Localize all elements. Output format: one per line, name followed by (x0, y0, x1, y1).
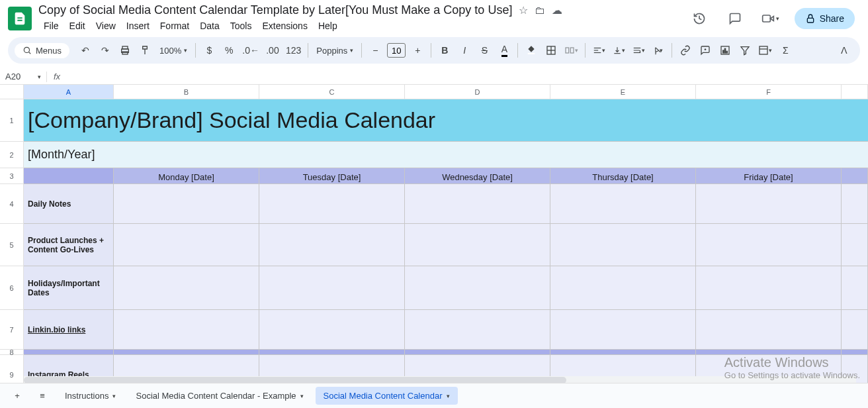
bold-button[interactable]: B (435, 41, 454, 60)
functions-button[interactable]: Σ (776, 41, 795, 60)
cell-A8[interactable] (24, 350, 114, 354)
increase-decimal-button[interactable]: .00 (263, 41, 282, 60)
cell-title[interactable]: [Company/Brand] Social Media Calendar (24, 99, 868, 141)
row-header-7[interactable]: 7 (0, 310, 24, 350)
fill-color-button[interactable] (522, 41, 541, 60)
col-header-B[interactable]: B (114, 85, 259, 99)
meet-icon[interactable]: ▾ (759, 7, 783, 30)
cell-D5[interactable] (405, 224, 550, 266)
row-header-1[interactable]: 1 (0, 99, 24, 142)
cell-F3[interactable]: Friday [Date] (696, 168, 842, 183)
name-box[interactable]: A20▾ (0, 72, 46, 81)
add-sheet-button[interactable]: + (7, 385, 28, 407)
cell-E8[interactable] (550, 350, 696, 354)
cell-F8[interactable] (696, 350, 842, 354)
wrap-button[interactable]: ▾ (629, 41, 648, 60)
menu-view[interactable]: View (91, 18, 121, 34)
halign-button[interactable]: ▾ (589, 41, 608, 60)
filter-button[interactable] (736, 41, 754, 60)
cell-B5[interactable] (114, 224, 259, 266)
filter-views-button[interactable]: ▾ (756, 41, 775, 60)
cell-C4[interactable] (259, 184, 405, 223)
sheets-app-icon[interactable] (8, 7, 32, 30)
sheet-tab-instructions[interactable]: Instructions▾ (57, 387, 124, 405)
menu-insert[interactable]: Insert (121, 18, 155, 34)
menu-data[interactable]: Data (195, 18, 225, 34)
cell-E5[interactable] (550, 224, 696, 266)
cloud-status-icon[interactable]: ☁ (552, 4, 562, 17)
cell-E4[interactable] (550, 184, 696, 223)
cell-E6[interactable] (550, 266, 696, 309)
cell-E7[interactable] (550, 310, 696, 349)
fontsize-input[interactable] (387, 43, 406, 58)
history-icon[interactable] (687, 7, 711, 30)
cell-C8[interactable] (259, 350, 405, 354)
cell-A5[interactable]: Product Launches + Content Go-Lives (24, 224, 114, 266)
zoom-select[interactable]: 100%▾ (155, 46, 191, 56)
col-header-E[interactable]: E (550, 85, 696, 99)
fontsize-decrease[interactable]: − (366, 41, 384, 60)
more-formats-button[interactable]: 123 (283, 41, 304, 60)
menu-extensions[interactable]: Extensions (257, 18, 312, 34)
spreadsheet-grid[interactable]: A B C D E F 1 2 3 4 5 6 7 8 9 [Company/B… (0, 85, 868, 408)
collapse-toolbar-button[interactable]: ᐱ (835, 41, 853, 60)
row-header-8[interactable]: 8 (0, 350, 24, 355)
text-color-button[interactable]: A (495, 41, 513, 60)
cell-C3[interactable]: Tuesday [Date] (259, 168, 405, 183)
cell-D7[interactable] (405, 310, 550, 349)
cell-G6[interactable] (842, 266, 868, 309)
chart-button[interactable] (716, 41, 734, 60)
redo-button[interactable]: ↷ (96, 41, 114, 60)
cell-A3[interactable] (24, 168, 114, 183)
cell-D8[interactable] (405, 350, 550, 354)
decrease-decimal-button[interactable]: .0← (239, 41, 262, 60)
cell-B3[interactable]: Monday [Date] (114, 168, 259, 183)
cell-F6[interactable] (696, 266, 842, 309)
row-header-3[interactable]: 3 (0, 168, 24, 184)
currency-button[interactable]: $ (200, 41, 218, 60)
col-header-D[interactable]: D (405, 85, 550, 99)
cell-G8[interactable] (842, 350, 868, 354)
cell-G5[interactable] (842, 224, 868, 266)
star-icon[interactable]: ☆ (519, 4, 528, 17)
strike-button[interactable]: S (475, 41, 494, 60)
menu-format[interactable]: Format (155, 18, 195, 34)
row-header-4[interactable]: 4 (0, 184, 24, 224)
menu-help[interactable]: Help (313, 18, 343, 34)
col-header-G[interactable] (842, 85, 868, 99)
move-icon[interactable]: 🗀 (535, 5, 545, 17)
print-button[interactable] (116, 41, 134, 60)
select-all-corner[interactable] (0, 85, 24, 99)
valign-button[interactable]: ▾ (609, 41, 628, 60)
font-select[interactable]: Poppins▾ (312, 46, 357, 56)
cell-B7[interactable] (114, 310, 259, 349)
cell-B6[interactable] (114, 266, 259, 309)
paint-format-button[interactable] (136, 41, 154, 60)
all-sheets-button[interactable]: ≡ (32, 385, 53, 407)
cell-F7[interactable] (696, 310, 842, 349)
menu-file[interactable]: File (38, 18, 64, 34)
col-header-F[interactable]: F (696, 85, 842, 99)
cell-A6[interactable]: Holidays/Important Dates (24, 266, 114, 309)
share-button[interactable]: Share (795, 8, 855, 29)
link-button[interactable] (676, 41, 695, 60)
cell-F4[interactable] (696, 184, 842, 223)
row-header-2[interactable]: 2 (0, 142, 24, 168)
cell-A7[interactable]: Linkin.bio links (24, 310, 114, 349)
col-header-C[interactable]: C (259, 85, 405, 99)
cell-F5[interactable] (696, 224, 842, 266)
italic-button[interactable]: I (455, 41, 474, 60)
cell-B8[interactable] (114, 350, 259, 354)
cell-G7[interactable] (842, 310, 868, 349)
comments-icon[interactable] (723, 7, 747, 30)
menu-tools[interactable]: Tools (225, 18, 257, 34)
cell-subtitle[interactable]: [Month/Year] (24, 142, 868, 168)
percent-button[interactable]: % (220, 41, 238, 60)
borders-button[interactable] (542, 41, 560, 60)
fontsize-increase[interactable]: + (408, 41, 427, 60)
sheet-tab-calendar[interactable]: Social Media Content Calendar▾ (316, 387, 458, 405)
cell-C6[interactable] (259, 266, 405, 309)
merge-button[interactable]: ▾ (562, 41, 581, 60)
row-header-5[interactable]: 5 (0, 224, 24, 266)
cell-D4[interactable] (405, 184, 550, 223)
